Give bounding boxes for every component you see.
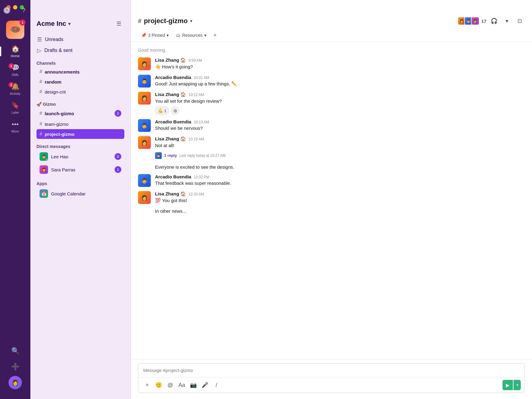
send-options-button[interactable]: ▾ — [513, 380, 521, 390]
nav-item-activity[interactable]: 🔔 2 Activity — [0, 80, 30, 98]
lee-status-dot — [46, 159, 48, 161]
nav-label-more: More — [11, 129, 19, 133]
message-time-6: 12:32 PM — [194, 175, 209, 179]
help-button[interactable]: ? — [19, 6, 28, 15]
reaction-muscle[interactable]: 💪 1 — [155, 106, 169, 115]
send-button[interactable]: ▶ — [503, 380, 513, 390]
message-input[interactable] — [138, 363, 524, 377]
pinned-label: 3 Pinned — [148, 33, 165, 38]
unreads-nav-item[interactable]: ☰ Unreads — [34, 34, 127, 45]
google-calendar-name: Google Calendar — [51, 191, 85, 196]
more-icon: ••• — [12, 120, 19, 128]
mention-button[interactable]: @ — [165, 380, 175, 390]
message-time-4: 10:13 AM — [194, 120, 209, 124]
audio-button[interactable]: 🎤 — [200, 380, 210, 390]
message-group-1: 👩 Lisa Zhang 🏠 9:59 AM 👋 How's it going? — [138, 56, 525, 72]
sidebar-nav: ☰ Unreads ▷ Drafts & sent — [30, 33, 130, 57]
home-icon: 🏠 — [11, 45, 19, 53]
header-actions: 👩 👨 👩 17 🎧 ▾ ⊡ — [459, 16, 525, 26]
channel-title-hash: # — [138, 18, 141, 25]
nav-item-home[interactable]: 🏠 Home — [0, 43, 30, 60]
workspace-name-button[interactable]: Acme Inc ▾ — [36, 20, 71, 28]
workspace-chevron-icon: ▾ — [68, 21, 71, 27]
dm-item-lee-hao[interactable]: 👨 Lee Hao 2 — [36, 150, 124, 163]
channel-title-button[interactable]: # project-gizmo ▾ — [138, 17, 192, 25]
compose-icon: ☰ — [116, 20, 121, 27]
channel-item-project-gizmo[interactable]: # project-gizmo — [36, 129, 124, 139]
resources-button[interactable]: 🗂 Resources ▾ — [173, 31, 209, 39]
apps-section: Apps 📅 Google Calendar — [30, 177, 130, 201]
add-toolbar-button[interactable]: + — [211, 31, 219, 40]
emoji-button[interactable]: 🙂 — [154, 380, 164, 390]
slash-button[interactable]: / — [211, 380, 222, 390]
channel-name-announcements: announcements — [45, 69, 80, 74]
member-avatars[interactable]: 👩 👨 👩 17 — [459, 17, 486, 25]
channel-sidebar: Acme Inc ▾ ☰ ☰ Unreads ▷ Drafts & sent C… — [30, 0, 131, 399]
message-header-7: Lisa Zhang 🏠 12:33 AM — [155, 191, 525, 197]
send-button-group: ▶ ▾ — [503, 380, 521, 390]
format-button[interactable]: Aa — [177, 380, 187, 390]
chevron-down-icon: ▾ — [506, 18, 508, 24]
add-reaction-button[interactable]: ⊕ — [171, 106, 179, 115]
main-content: # project-gizmo ▾ 👩 👨 👩 17 🎧 ▾ — [131, 0, 532, 399]
chat-header: # project-gizmo ▾ 👩 👨 👩 17 🎧 ▾ — [131, 0, 532, 42]
launch-gizmo-badge: 1 — [115, 110, 121, 117]
drafts-label: Drafts & sent — [44, 48, 72, 53]
send-icon: ▶ — [506, 382, 510, 388]
user-avatar[interactable]: 👩 — [9, 376, 22, 389]
continuation-message-7: In other news... — [138, 207, 525, 216]
message-body-3: Lisa Zhang 🏠 10:12 AM You all set for th… — [155, 92, 525, 115]
message-author-4: Arcadio Buendia — [155, 119, 191, 124]
history-button[interactable]: 🕐 — [2, 6, 11, 15]
nav-item-dms[interactable]: 💬 3 DMs — [0, 61, 30, 79]
message-body-2: Arcadio Buendia 10:01 AM Good! Just wrap… — [155, 75, 525, 88]
minimize-button[interactable] — [13, 5, 17, 9]
message-avatar-lisa-3: 👩 — [138, 136, 151, 149]
channel-item-design-crit[interactable]: # design-crit — [36, 87, 124, 97]
channel-name-team-gizmo: team-gizmo — [45, 122, 68, 127]
workspace-name-text: Acme Inc — [36, 20, 66, 28]
message-text-5: Not at all! — [155, 142, 525, 149]
reactions-3: 💪 1 ⊕ — [155, 106, 525, 115]
plus-icon: ➕ — [11, 363, 19, 371]
sidebar-bottom: 🔍 ➕ ? 🕐 👩 — [9, 344, 22, 394]
continuation-message-5: Everyone is excited to see the designs. — [138, 163, 525, 172]
channel-item-announcements[interactable]: # announcements — [36, 67, 124, 77]
pinned-button[interactable]: 📌 3 Pinned ▾ — [138, 31, 172, 39]
thread-last-reply: Last reply today at 10:27 AM — [179, 153, 226, 158]
message-group-6: 👨 Arcadio Buendia 12:32 PM That feedback… — [138, 172, 525, 189]
workspace-icon[interactable]: 🍩 1 — [6, 21, 24, 39]
canvas-icon: ⊡ — [517, 18, 522, 24]
resources-label: Resources — [182, 33, 202, 38]
channel-item-team-gizmo[interactable]: # team-gizmo — [36, 119, 124, 129]
dms-badge: 3 — [9, 63, 14, 69]
message-avatar-lisa-4: 👩 — [138, 191, 151, 204]
workspace-badge: 1 — [19, 19, 26, 26]
channel-item-launch-gizmo[interactable]: # launch-gizmo 1 — [36, 108, 124, 119]
drafts-nav-item[interactable]: ▷ Drafts & sent — [34, 45, 127, 56]
video-button[interactable]: 📷 — [188, 380, 199, 390]
nav-item-more[interactable]: ••• More — [0, 118, 30, 136]
search-button[interactable]: 🔍 — [9, 344, 22, 358]
channels-section: Channels # announcements # random # desi… — [30, 57, 130, 98]
sidebar-header: Acme Inc ▾ ☰ — [30, 0, 130, 33]
history-icon: 🕐 — [3, 7, 11, 14]
canvas-button[interactable]: ⊡ — [514, 16, 525, 26]
app-item-google-calendar[interactable]: 📅 Google Calendar — [36, 187, 124, 200]
dm-item-sara-parras[interactable]: 👩 Sara Parras 1 — [36, 163, 124, 176]
message-header-4: Arcadio Buendia 10:13 AM — [155, 119, 525, 124]
channel-hash-icon: # — [40, 131, 42, 137]
thread-reply-5[interactable]: 👨 1 reply Last reply today at 10:27 AM — [155, 151, 525, 160]
workspace-emoji: 🍩 — [10, 25, 21, 35]
message-author-2: Arcadio Buendia — [155, 75, 191, 80]
channel-item-random[interactable]: # random — [36, 77, 124, 87]
add-button[interactable]: ➕ — [9, 360, 22, 373]
message-header-3: Lisa Zhang 🏠 10:12 AM — [155, 92, 525, 97]
compose-button[interactable]: ☰ — [113, 18, 124, 29]
huddle-button[interactable]: 🎧 — [489, 16, 499, 26]
attach-button[interactable]: + — [142, 380, 152, 390]
header-more-button[interactable]: ▾ — [502, 16, 512, 26]
toolbar-bar: 📌 3 Pinned ▾ 🗂 Resources ▾ + — [138, 29, 525, 41]
nav-item-later[interactable]: 🔖 Later — [0, 99, 30, 117]
sara-avatar-img: 👩 — [42, 167, 46, 172]
